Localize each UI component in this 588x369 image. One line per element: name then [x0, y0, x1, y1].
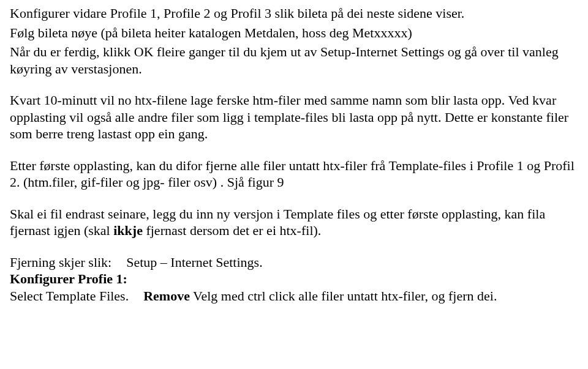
text: Select Template Files. — [10, 288, 129, 304]
text-bold-remove: Remove — [143, 288, 190, 304]
text: Setup – Internet Settings. — [126, 255, 262, 270]
paragraph-follow: Følg bileta nøye (på bileta heiter katal… — [10, 24, 578, 42]
text: Følg bileta nøye (på bileta heiter katal… — [10, 25, 412, 40]
text: Konfigurer Profie 1: — [10, 271, 127, 286]
paragraph-configure: Konfigurer Profie 1: — [10, 270, 578, 288]
text: Etter første opplasting, kan du difor fj… — [10, 158, 575, 190]
paragraph-removal: Fjerning skjer slik:Setup – Internet Set… — [10, 254, 578, 271]
paragraph-file-change: Skal ei fil endrast seinare, legg du inn… — [10, 206, 578, 239]
paragraph-select-template: Select Template Files.Remove Velg med ct… — [10, 288, 578, 305]
text: Fjerning skjer slik: — [10, 255, 111, 270]
text: fjernast dersom det er ei htx-fil). — [143, 223, 321, 238]
text: Kvart 10-minutt vil no htx-filene lage f… — [10, 92, 568, 141]
paragraph-finish: Når du er ferdig, klikk OK fleire ganger… — [10, 43, 578, 77]
text: Velg med ctrl click alle filer untatt ht… — [190, 288, 497, 304]
paragraph-intro: Konfigurer vidare Profile 1, Profile 2 o… — [10, 5, 578, 22]
paragraph-interval: Kvart 10-minutt vil no htx-filene lage f… — [10, 92, 578, 143]
document-body: Konfigurer vidare Profile 1, Profile 2 o… — [0, 0, 588, 314]
paragraph-after-upload: Etter første opplasting, kan du difor fj… — [10, 157, 578, 191]
text-bold-ikkje: ikkje — [113, 223, 143, 238]
text: Konfigurer vidare Profile 1, Profile 2 o… — [10, 6, 464, 21]
text: Når du er ferdig, klikk OK fleire ganger… — [10, 44, 559, 76]
